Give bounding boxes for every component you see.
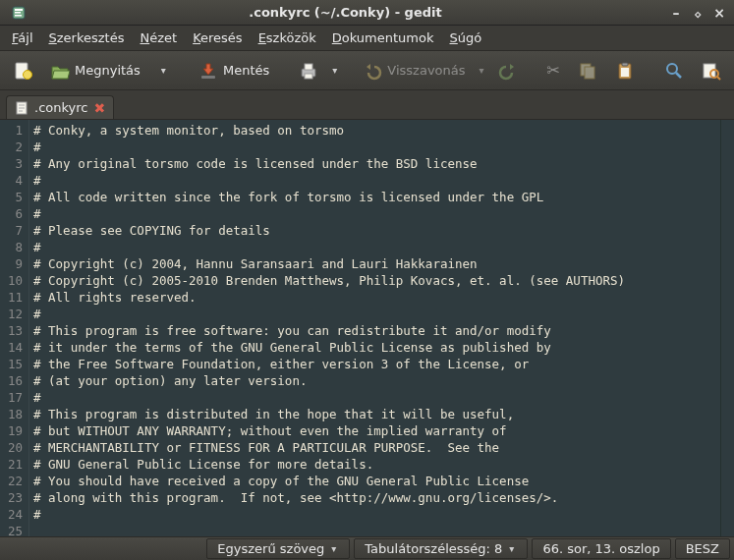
- code-line[interactable]: # (at your option) any later version.: [33, 372, 730, 389]
- undo-button[interactable]: Visszavonás: [356, 56, 472, 85]
- menu-view[interactable]: Nézet: [132, 28, 185, 48]
- chevron-down-icon: ▾: [158, 65, 169, 76]
- svg-point-5: [24, 70, 32, 79]
- code-line[interactable]: # Conky, a system monitor, based on tors…: [33, 122, 730, 139]
- right-margin: [720, 120, 734, 536]
- menu-tools[interactable]: Eszközök: [251, 28, 324, 48]
- save-button[interactable]: Mentés: [192, 56, 276, 85]
- code-line[interactable]: # it under the terms of the GNU General …: [33, 339, 730, 356]
- document-tab-label: .conkyrc: [34, 100, 87, 115]
- print-button[interactable]: [292, 56, 325, 85]
- scissors-icon: ✂: [547, 61, 560, 80]
- undo-dropdown-icon[interactable]: ▾: [477, 65, 487, 76]
- line-number: 7: [0, 222, 23, 239]
- line-number: 21: [0, 456, 23, 473]
- line-number: 3: [0, 155, 23, 172]
- line-number: 8: [0, 239, 23, 255]
- chevron-down-icon: ▾: [328, 543, 339, 554]
- code-line[interactable]: #: [33, 389, 730, 406]
- window-title: .conkyrc (~/.Conky) - gedit: [28, 5, 663, 20]
- cursor-position: 66. sor, 13. oszlop: [532, 538, 670, 559]
- statusbar: Egyszerű szöveg ▾ Tabulátorszélesség: 8 …: [0, 536, 734, 560]
- code-line[interactable]: # MERCHANTABILITY or FITNESS FOR A PARTI…: [33, 439, 730, 456]
- code-line[interactable]: # All rights reserved.: [33, 289, 730, 306]
- open-button[interactable]: Megnyitás: [43, 56, 147, 85]
- line-number: 18: [0, 406, 23, 422]
- code-line[interactable]: #: [33, 306, 730, 322]
- document-tabbar: .conkyrc ✖: [0, 90, 734, 120]
- cursor-position-label: 66. sor, 13. oszlop: [542, 541, 659, 556]
- document-tab[interactable]: .conkyrc ✖: [6, 95, 114, 119]
- line-number: 14: [0, 339, 23, 356]
- svg-rect-9: [305, 74, 312, 79]
- line-number-gutter: 1234567891011121314151617181920212223242…: [0, 120, 29, 536]
- magnifier-icon: [664, 61, 684, 81]
- svg-rect-14: [621, 68, 629, 77]
- code-line[interactable]: # Copyright (c) 2004, Hannu Saransaari a…: [33, 255, 730, 272]
- code-line[interactable]: #: [33, 172, 730, 189]
- code-line[interactable]: # Please see COPYING for details: [33, 222, 730, 239]
- code-line[interactable]: #: [33, 506, 730, 523]
- svg-line-19: [717, 77, 720, 80]
- print-dropdown-icon[interactable]: ▾: [329, 65, 340, 76]
- new-document-button[interactable]: [6, 56, 39, 85]
- save-button-label: Mentés: [223, 63, 269, 78]
- cut-button[interactable]: ✂: [540, 56, 567, 85]
- code-line[interactable]: # All code written since the fork of tor…: [33, 189, 730, 205]
- copy-button[interactable]: [571, 56, 604, 85]
- svg-rect-11: [585, 67, 594, 79]
- svg-rect-13: [622, 63, 628, 66]
- tab-close-button[interactable]: ✖: [93, 101, 105, 115]
- code-line[interactable]: #: [33, 239, 730, 255]
- svg-line-16: [676, 73, 681, 78]
- find-replace-button[interactable]: [695, 56, 728, 85]
- line-number: 12: [0, 306, 23, 322]
- code-area[interactable]: # Conky, a system monitor, based on tors…: [29, 120, 734, 536]
- code-line[interactable]: # This program is distributed in the hop…: [33, 406, 730, 422]
- find-button[interactable]: [657, 56, 691, 85]
- line-number: 15: [0, 356, 23, 372]
- open-dropdown-button[interactable]: ▾: [151, 56, 176, 85]
- line-number: 22: [0, 473, 23, 489]
- code-line[interactable]: #: [33, 205, 730, 222]
- code-line[interactable]: # Copyright (c) 2005-2010 Brenden Matthe…: [33, 272, 730, 289]
- menu-file[interactable]: Fájl: [4, 28, 41, 48]
- menu-documents[interactable]: Dokumentumok: [324, 28, 442, 48]
- titlebar: .conkyrc (~/.Conky) - gedit – ⬦ ×: [0, 0, 734, 26]
- redo-button[interactable]: [491, 56, 525, 85]
- close-button[interactable]: ×: [710, 4, 728, 22]
- minimize-button[interactable]: –: [667, 4, 685, 22]
- code-line[interactable]: # along with this program. If not, see <…: [33, 489, 730, 506]
- undo-icon: [363, 61, 382, 81]
- line-number: 25: [0, 523, 23, 536]
- insert-mode-label: BESZ: [686, 541, 719, 556]
- line-number: 6: [0, 205, 23, 222]
- code-line[interactable]: # You should have received a copy of the…: [33, 473, 730, 489]
- code-line[interactable]: # This program is free software: you can…: [33, 322, 730, 339]
- syntax-selector[interactable]: Egyszerű szöveg ▾: [206, 538, 350, 559]
- svg-rect-1: [15, 9, 23, 11]
- code-line[interactable]: # GNU General Public License for more de…: [33, 456, 730, 473]
- menu-help[interactable]: Súgó: [442, 28, 490, 48]
- app-icon: [10, 4, 28, 22]
- document-new-icon: [13, 61, 32, 81]
- insert-mode[interactable]: BESZ: [675, 538, 730, 559]
- line-number: 4: [0, 172, 23, 189]
- svg-point-15: [667, 64, 677, 74]
- chevron-down-icon: ▾: [506, 543, 517, 554]
- code-line[interactable]: #: [33, 139, 730, 155]
- tabwidth-selector[interactable]: Tabulátorszélesség: 8 ▾: [354, 538, 528, 559]
- line-number: 16: [0, 372, 23, 389]
- menu-search[interactable]: Keresés: [185, 28, 251, 48]
- menu-edit[interactable]: Szerkesztés: [41, 28, 133, 48]
- line-number: 5: [0, 189, 23, 205]
- paste-button[interactable]: [608, 56, 642, 85]
- code-line[interactable]: # Any original torsmo code is licensed u…: [33, 155, 730, 172]
- open-button-label: Megnyitás: [75, 63, 141, 78]
- text-file-icon: [15, 101, 28, 115]
- code-line[interactable]: # the Free Software Foundation, either v…: [33, 356, 730, 372]
- maximize-button[interactable]: ⬦: [689, 4, 706, 22]
- copy-icon: [578, 61, 597, 81]
- code-line[interactable]: [33, 523, 730, 536]
- code-line[interactable]: # but WITHOUT ANY WARRANTY; without even…: [33, 422, 730, 439]
